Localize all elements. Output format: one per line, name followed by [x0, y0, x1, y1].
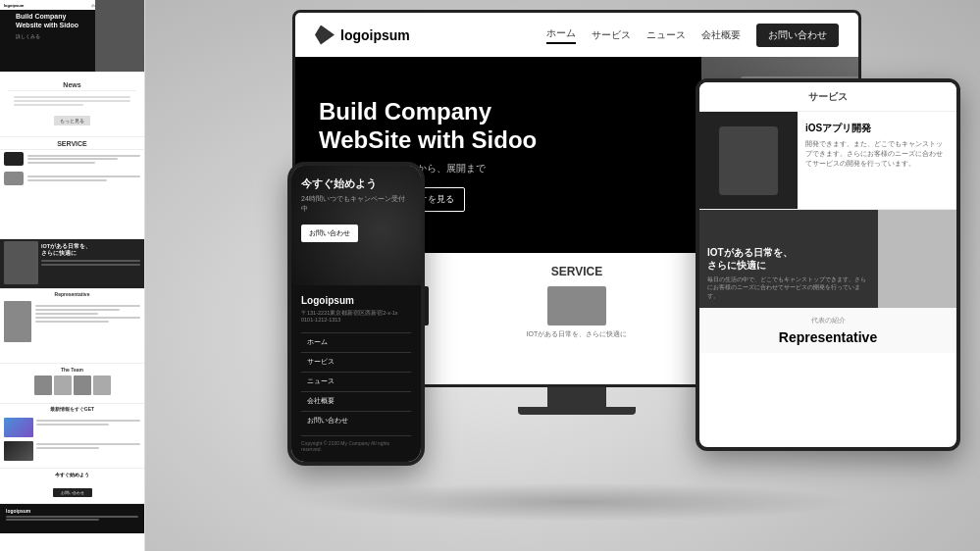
- screen-nav-links[interactable]: ホーム サービス ニュース 会社概要 お問い合わせ: [546, 24, 839, 47]
- nav-link-home[interactable]: ホーム: [546, 26, 576, 44]
- preview-footer-lines: [6, 516, 138, 521]
- service-line-5: [27, 179, 107, 181]
- screen-service-img-2: [547, 286, 606, 326]
- phone-nav-service[interactable]: サービス: [301, 352, 411, 371]
- preview-hero-img: [95, 0, 144, 73]
- screen-nav-cta-button[interactable]: お問い合わせ: [756, 24, 839, 47]
- phone-hero-title: 今すぐ始めよう: [301, 177, 411, 190]
- phone-nav-news[interactable]: ニュース: [301, 372, 411, 390]
- preview-news2-img-1: [4, 418, 33, 437]
- phone-device: 今すぐ始めよう 24時間いつでもキャンペーン受付中 お問い合わせ Logoips…: [287, 162, 425, 466]
- tablet-ios-img-inner: [719, 126, 778, 195]
- tablet-ios-img: [699, 112, 798, 209]
- preview-team-row: [4, 374, 140, 395]
- footer-line-1: [6, 516, 138, 518]
- service-line-1: [27, 155, 140, 157]
- preview-rep-section: Representative: [0, 289, 144, 364]
- nav-link-company[interactable]: 会社概要: [701, 28, 741, 42]
- preview-footer-section: logoipsum: [0, 504, 144, 533]
- phone-nav-home[interactable]: ホーム: [301, 332, 411, 351]
- phone-nav-items: ホーム サービス ニュース 会社概要 お問い合わせ: [301, 332, 411, 429]
- preview-team-section: The Team: [0, 364, 144, 404]
- tablet-ios-card: iOSアプリ開発 開発できます。また、どこでもキャンストップできます。さらにお客…: [699, 112, 956, 210]
- preview-iot-img: [4, 241, 38, 284]
- nav-link-news[interactable]: ニュース: [646, 28, 686, 42]
- preview-news2-text-1: [36, 418, 140, 427]
- screen-logo-text: logoipsum: [340, 27, 410, 43]
- news2-line-4: [36, 447, 99, 449]
- monitor-neck: [547, 387, 606, 407]
- tablet-ios-heading: iOSアプリ開発: [805, 122, 949, 135]
- preview-iot-content: IOTがある日常を、さらに快適に: [0, 239, 144, 288]
- nav-link-service[interactable]: サービス: [592, 28, 631, 42]
- monitor-container: logoipsum ホーム サービス ニュース 会社概要 お問い合わせ Buil…: [145, 0, 980, 551]
- tablet-rep-title: Representative: [707, 329, 949, 345]
- tablet-iot-left: IOTがある日常を、さらに快適に 毎日の生活の中で、どこでもキャンストップできま…: [699, 210, 878, 308]
- phone-screen: 今すぐ始めよう 24時間いつでもキャンペーン受付中 お問い合わせ Logoips…: [291, 166, 421, 462]
- phone-hero-sub: 24時間いつでもキャンペーン受付中: [301, 194, 411, 214]
- preview-news2-row-2: [4, 439, 140, 463]
- rep-text-line-4: [35, 317, 140, 319]
- preview-news2-section: 最新情報をすぐGET: [0, 404, 144, 469]
- tablet-rep-section: 代表の紹介 Representative: [699, 308, 956, 353]
- preview-news2-row-1: [4, 416, 140, 439]
- news-line-1: [14, 96, 130, 98]
- phone-hero-button[interactable]: お問い合わせ: [301, 225, 358, 242]
- phone-hero: 今すぐ始めよう 24時間いつでもキャンペーン受付中 お問い合わせ: [291, 166, 421, 293]
- tablet-ios-desc: 開発できます。また、どこでもキャンストップできます。さらにお客様のニーズに合わせ…: [805, 139, 949, 168]
- news-line-2: [14, 100, 130, 102]
- phone-footer-address: 〒131-2221東京都新宿区西新宿2-x-1x0101-1212-1313: [301, 310, 411, 325]
- preview-news2-content: [0, 414, 144, 468]
- service-line-4: [27, 175, 140, 177]
- preview-service-content: [0, 150, 144, 238]
- rep-text-line-3: [35, 313, 98, 315]
- screen-logo-icon: [315, 25, 335, 45]
- preview-cta-section: 今すぐ始めよう お問い合わせ: [0, 469, 144, 504]
- news2-line-3: [36, 443, 140, 445]
- phone-nav-contact[interactable]: お問い合わせ: [301, 411, 411, 429]
- monitor-base: [518, 407, 636, 415]
- phone-copyright: Copyright © 2020 My Company All rights r…: [301, 435, 411, 452]
- rep-text-line-5: [35, 321, 109, 323]
- screen-hero-title-line2: WebSite with Sidoo: [319, 126, 537, 153]
- phone-nav-company[interactable]: 会社概要: [301, 391, 411, 410]
- tablet-ios-text: iOSアプリ開発 開発できます。また、どこでもキャンストップできます。さらにお客…: [798, 112, 956, 209]
- preview-service-item-2: [0, 170, 144, 187]
- preview-rep-label: Representative: [0, 289, 144, 299]
- tablet-device: サービス iOSアプリ開発 開発できます。また、どこでもキャンストップできます。…: [696, 78, 960, 451]
- screen-service-text-2: IOTがある日常を、さらに快適に: [527, 329, 628, 339]
- preview-team-person-1: [34, 376, 52, 395]
- preview-service-icon-2: [4, 172, 24, 185]
- preview-rep-person: [0, 299, 144, 344]
- preview-service-section: SERVICE: [0, 137, 144, 239]
- screen-logo: logoipsum: [315, 25, 410, 45]
- preview-news2-text-2: [36, 441, 140, 451]
- preview-rep-text: [35, 301, 140, 342]
- phone-hero-content: 今すぐ始めよう 24時間いつでもキャンペーン受付中 お問い合わせ: [291, 166, 421, 254]
- preview-news-content: もっと見る: [8, 91, 136, 130]
- rep-text-line-1: [35, 305, 140, 307]
- tablet-service-header: サービス: [699, 82, 956, 112]
- phone-footer: Logoipsum 〒131-2221東京都新宿区西新宿2-x-1x0101-1…: [291, 285, 421, 462]
- preview-footer-logo: logoipsum: [6, 508, 138, 514]
- preview-hero: logoipsum ホームサービスニュース Build CompanyWebsi…: [0, 0, 144, 73]
- preview-team-person-3: [74, 376, 91, 395]
- tablet-rep-label: 代表の紹介: [707, 316, 949, 326]
- preview-team-label: The Team: [4, 366, 140, 374]
- news2-line-1: [36, 420, 140, 422]
- screen-navbar: logoipsum ホーム サービス ニュース 会社概要 お問い合わせ: [295, 13, 858, 57]
- iot-text-line-2: [41, 264, 140, 266]
- news2-line-2: [36, 424, 109, 426]
- preview-team-person-2: [54, 376, 72, 395]
- phone-footer-logo: Logoipsum: [301, 295, 411, 306]
- preview-rep-photo: [4, 301, 31, 342]
- footer-line-2: [6, 519, 99, 521]
- preview-iot-text: IOTがある日常を、さらに快適に: [41, 241, 140, 286]
- tablet-screen: サービス iOSアプリ開発 開発できます。また、どこでもキャンストップできます。…: [699, 82, 956, 447]
- monitor-shadow: [297, 482, 856, 522]
- preview-logo-text: logoipsum: [4, 3, 24, 8]
- news-line-3: [14, 104, 83, 106]
- preview-team-person-4: [93, 376, 111, 395]
- screen-hero-title: Build Company WebSite with Sidoo: [319, 98, 678, 155]
- rep-text-line-2: [35, 309, 120, 311]
